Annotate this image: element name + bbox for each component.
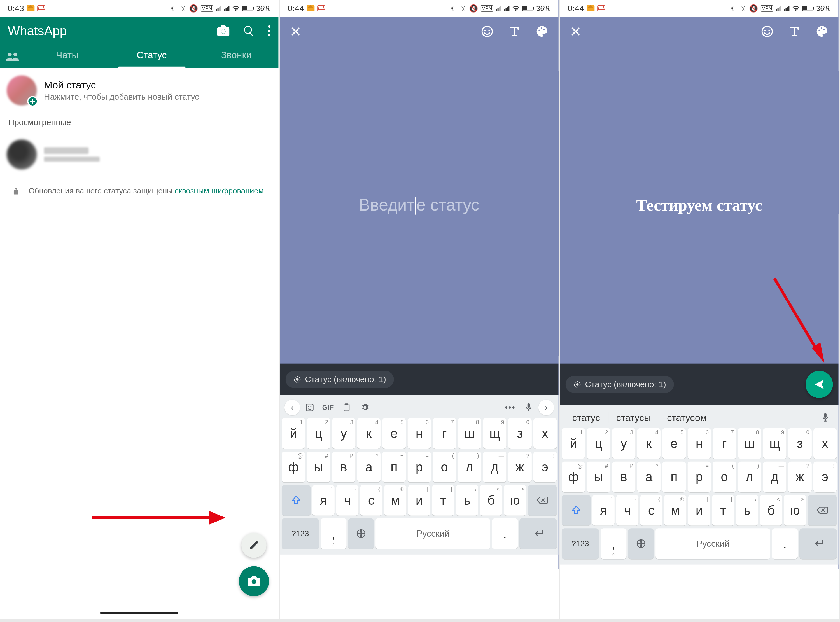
key-ю[interactable]: ю> [504, 485, 526, 515]
palette-icon[interactable] [536, 25, 549, 38]
key-ы[interactable]: ы# [307, 451, 331, 482]
key-ш[interactable]: ш8 [458, 418, 481, 449]
key-э[interactable]: э! [813, 462, 837, 492]
kb-mic-icon[interactable] [520, 400, 537, 415]
key-ч[interactable]: ч~ [616, 495, 639, 526]
key-р[interactable]: р= [407, 451, 431, 482]
kb-more-icon[interactable]: ••• [502, 400, 519, 415]
key-я[interactable]: я` [312, 485, 335, 515]
kb-forward-icon[interactable]: › [538, 400, 554, 415]
key-ь[interactable]: ь\ [736, 495, 758, 526]
kb-sticker-icon[interactable] [301, 400, 319, 415]
status-text-input[interactable]: Введите статус [280, 46, 558, 364]
tab-status[interactable]: Статус [110, 44, 194, 68]
key-ц[interactable]: ц2 [307, 418, 331, 449]
key-ж[interactable]: ж? [508, 451, 532, 482]
key-п[interactable]: п+ [662, 462, 686, 492]
camera-status-fab[interactable] [239, 566, 269, 596]
key-у[interactable]: у3 [332, 418, 355, 449]
key-р[interactable]: р= [688, 462, 711, 492]
key-н[interactable]: н6 [688, 428, 711, 459]
key-х[interactable]: х [534, 418, 557, 449]
status-privacy-chip[interactable]: Статус (включено: 1) [566, 376, 674, 393]
key-period[interactable]: . [492, 518, 518, 549]
key-ж[interactable]: ж? [788, 462, 812, 492]
status-privacy-chip[interactable]: Статус (включено: 1) [286, 371, 394, 388]
key-ф[interactable]: ф@ [562, 462, 585, 492]
tab-calls[interactable]: Звонки [194, 44, 279, 68]
key-в[interactable]: в₽ [332, 451, 355, 482]
suggestion[interactable]: статус [564, 412, 608, 423]
key-symbols[interactable]: ?123 [282, 518, 319, 549]
text-status-fab[interactable] [241, 533, 266, 558]
key-с[interactable]: с{ [360, 485, 383, 515]
key-г[interactable]: г7 [433, 418, 456, 449]
key-т[interactable]: т] [432, 485, 454, 515]
key-shift[interactable] [282, 485, 311, 515]
key-period[interactable]: . [772, 528, 798, 559]
key-щ[interactable]: щ9 [763, 428, 787, 459]
key-м[interactable]: м© [664, 495, 686, 526]
key-к[interactable]: к4 [637, 428, 661, 459]
key-language[interactable] [348, 518, 374, 549]
tab-chats[interactable]: Чаты [25, 44, 110, 68]
key-м[interactable]: м© [384, 485, 407, 515]
key-enter[interactable] [520, 518, 556, 549]
more-icon[interactable] [268, 25, 271, 37]
home-indicator[interactable] [100, 612, 178, 614]
key-з[interactable]: з0 [788, 428, 812, 459]
key-а[interactable]: а* [637, 462, 661, 492]
key-comma[interactable]: ,☺ [601, 528, 627, 559]
key-symbols[interactable]: ?123 [562, 528, 599, 559]
key-г[interactable]: г7 [713, 428, 736, 459]
key-л[interactable]: л) [738, 462, 761, 492]
key-й[interactable]: й1 [562, 428, 585, 459]
key-language[interactable] [628, 528, 654, 559]
key-е[interactable]: е5 [382, 418, 406, 449]
key-о[interactable]: о( [713, 462, 736, 492]
key-н[interactable]: н6 [407, 418, 431, 449]
key-ю[interactable]: ю> [784, 495, 806, 526]
key-д[interactable]: д— [483, 451, 506, 482]
kb-back-icon[interactable]: ‹ [285, 400, 300, 415]
key-shift[interactable] [562, 495, 590, 526]
key-enter[interactable] [799, 528, 837, 559]
close-icon[interactable] [570, 26, 581, 37]
key-ф[interactable]: ф@ [282, 451, 305, 482]
key-у[interactable]: у3 [612, 428, 636, 459]
key-backspace[interactable] [808, 495, 837, 526]
kb-mic-icon[interactable] [817, 410, 834, 425]
key-й[interactable]: й1 [282, 418, 305, 449]
search-icon[interactable] [243, 25, 255, 37]
key-о[interactable]: о( [433, 451, 456, 482]
key-с[interactable]: с{ [640, 495, 663, 526]
key-ы[interactable]: ы# [587, 462, 610, 492]
palette-icon[interactable] [816, 25, 829, 38]
close-icon[interactable] [290, 26, 301, 37]
key-ш[interactable]: ш8 [738, 428, 761, 459]
key-я[interactable]: я` [592, 495, 614, 526]
key-и[interactable]: и[ [408, 485, 430, 515]
key-ц[interactable]: ц2 [587, 428, 610, 459]
emoji-icon[interactable] [761, 25, 773, 38]
key-х[interactable]: х [813, 428, 837, 459]
tab-community[interactable] [0, 46, 25, 66]
key-comma[interactable]: ,☺ [320, 518, 346, 549]
viewed-status-row[interactable] [0, 132, 278, 177]
key-з[interactable]: з0 [508, 418, 532, 449]
encryption-link[interactable]: сквозным шифрованием [175, 186, 264, 195]
font-icon[interactable] [789, 25, 800, 38]
status-text-input[interactable]: Тестируем статус [560, 46, 838, 364]
key-backspace[interactable] [528, 485, 556, 515]
kb-settings-icon[interactable] [356, 400, 374, 415]
key-б[interactable]: б< [480, 485, 502, 515]
key-л[interactable]: л) [458, 451, 481, 482]
suggestion[interactable]: статусы [608, 412, 659, 423]
key-щ[interactable]: щ9 [483, 418, 506, 449]
key-п[interactable]: п+ [382, 451, 406, 482]
my-status-row[interactable]: Мой статус Нажмите, чтобы добавить новый… [0, 68, 278, 113]
key-т[interactable]: т] [712, 495, 735, 526]
suggestion[interactable]: статусом [659, 412, 714, 423]
key-к[interactable]: к4 [357, 418, 381, 449]
key-space[interactable]: Русский [656, 528, 770, 559]
